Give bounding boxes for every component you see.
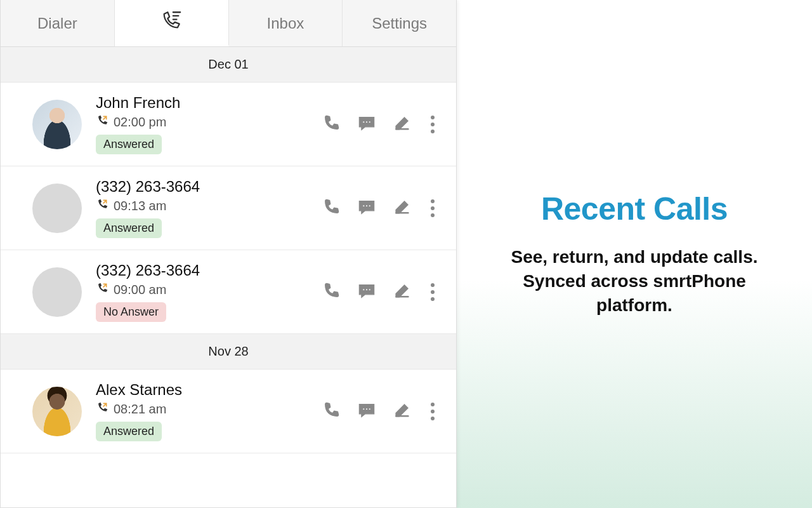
more-menu-button[interactable] <box>428 281 437 304</box>
status-badge: No Answer <box>96 302 166 322</box>
more-menu-button[interactable] <box>428 197 437 220</box>
svg-point-5 <box>369 121 370 123</box>
call-time: 09:00 am <box>114 283 166 297</box>
phone-icon <box>322 401 340 422</box>
svg-point-9 <box>363 288 365 290</box>
message-button[interactable] <box>357 115 376 134</box>
call-actions <box>322 113 437 136</box>
call-button[interactable] <box>322 402 341 421</box>
call-item[interactable]: Alex Starnes08:21 amAnswered <box>1 370 456 453</box>
call-time-row: 02:00 pm <box>96 114 322 130</box>
call-info: (332) 263-366409:00 amNo Answer <box>96 262 322 322</box>
phone-icon <box>322 114 340 135</box>
edit-icon <box>393 401 411 422</box>
call-name: Alex Starnes <box>96 381 322 399</box>
avatar <box>32 267 82 317</box>
edit-icon <box>393 198 411 218</box>
message-button[interactable] <box>357 402 376 421</box>
call-button[interactable] <box>322 283 341 302</box>
svg-point-7 <box>365 204 367 206</box>
date-header: Nov 28 <box>1 334 456 370</box>
edit-button[interactable] <box>393 283 412 302</box>
status-badge: Answered <box>96 135 162 154</box>
phone-icon <box>322 198 340 218</box>
tab-dialer-label: Dialer <box>37 15 77 32</box>
status-badge: Answered <box>96 422 162 441</box>
tab-inbox-label: Inbox <box>267 15 304 32</box>
call-button[interactable] <box>322 199 341 218</box>
outgoing-call-icon <box>96 401 108 417</box>
more-menu-button[interactable] <box>428 113 437 136</box>
svg-point-13 <box>365 408 367 410</box>
call-time-row: 08:21 am <box>96 401 322 417</box>
svg-point-10 <box>365 288 367 290</box>
call-name: (332) 263-3664 <box>96 262 322 279</box>
more-menu-button[interactable] <box>428 400 437 423</box>
call-log-list: Dec 01John French02:00 pmAnswered(332) 2… <box>1 47 456 453</box>
message-icon <box>358 282 376 302</box>
date-header: Dec 01 <box>1 47 456 83</box>
avatar <box>32 100 82 149</box>
marketing-copy: See, return, and update calls. Synced ac… <box>511 245 757 317</box>
call-actions <box>322 400 437 423</box>
svg-point-6 <box>363 204 365 206</box>
phone-list-icon <box>160 10 182 35</box>
call-time: 02:00 pm <box>114 115 166 130</box>
call-time: 08:21 am <box>114 402 166 417</box>
tab-inbox[interactable]: Inbox <box>229 0 343 46</box>
call-name: (332) 263-3664 <box>96 178 322 196</box>
phone-icon <box>322 282 340 302</box>
status-badge: Answered <box>96 218 162 238</box>
outgoing-call-icon <box>96 198 108 213</box>
call-time-row: 09:13 am <box>96 198 322 213</box>
svg-point-14 <box>369 408 370 410</box>
svg-point-12 <box>363 408 365 410</box>
message-icon <box>358 114 376 135</box>
svg-point-11 <box>369 288 370 290</box>
call-time: 09:13 am <box>114 199 166 213</box>
message-button[interactable] <box>357 283 376 302</box>
tab-settings[interactable]: Settings <box>343 0 456 46</box>
message-button[interactable] <box>357 199 376 218</box>
marketing-pane: Recent Calls See, return, and update cal… <box>457 0 812 508</box>
marketing-title: Recent Calls <box>541 190 728 227</box>
tab-recent-calls[interactable] <box>115 0 229 46</box>
outgoing-call-icon <box>96 282 108 297</box>
edit-button[interactable] <box>393 402 412 421</box>
call-item[interactable]: John French02:00 pmAnswered <box>1 83 456 166</box>
call-time-row: 09:00 am <box>96 282 322 297</box>
call-info: (332) 263-366409:13 amAnswered <box>96 178 322 238</box>
call-item[interactable]: (332) 263-366409:13 amAnswered <box>1 166 456 250</box>
avatar <box>32 387 82 436</box>
svg-point-3 <box>363 121 365 123</box>
svg-point-4 <box>365 121 367 123</box>
call-info: Alex Starnes08:21 amAnswered <box>96 381 322 441</box>
call-actions <box>322 281 437 304</box>
edit-button[interactable] <box>393 115 412 134</box>
call-button[interactable] <box>322 115 341 134</box>
call-actions <box>322 197 437 220</box>
call-info: John French02:00 pmAnswered <box>96 94 322 154</box>
call-item[interactable]: (332) 263-366409:00 amNo Answer <box>1 250 456 334</box>
avatar <box>32 184 82 233</box>
edit-button[interactable] <box>393 199 412 218</box>
edit-icon <box>393 114 411 135</box>
svg-point-8 <box>369 204 370 206</box>
edit-icon <box>393 282 411 302</box>
tab-bar: Dialer Inbox Settings <box>1 0 456 47</box>
message-icon <box>358 401 376 422</box>
message-icon <box>358 198 376 218</box>
call-log-panel: Dialer Inbox Settings Dec 01John French0… <box>0 0 457 508</box>
call-name: John French <box>96 94 322 112</box>
tab-dialer[interactable]: Dialer <box>1 0 115 46</box>
outgoing-call-icon <box>96 114 108 130</box>
tab-settings-label: Settings <box>372 15 427 32</box>
